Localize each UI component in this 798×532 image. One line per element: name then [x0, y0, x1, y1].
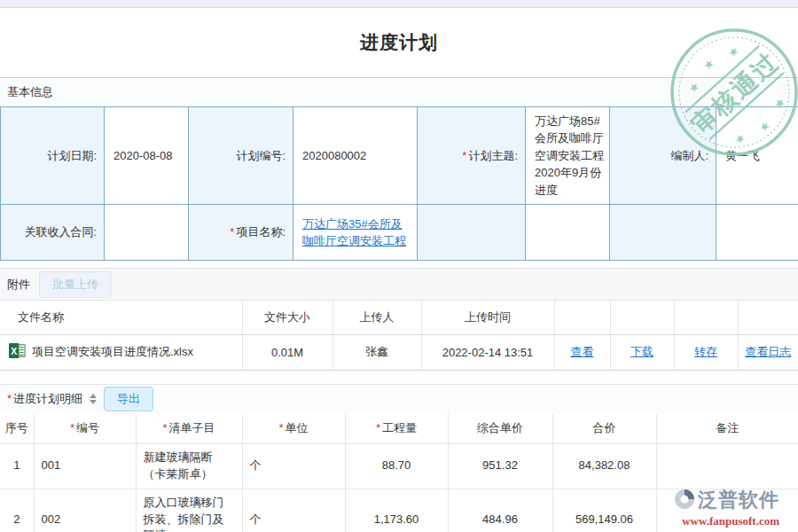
required-asterisk: *: [230, 225, 234, 239]
vendor-logo: 泛普软件 www.fanpusoft.com: [674, 487, 779, 528]
total-cell: 569,149.06: [552, 489, 656, 532]
detail-header-row: 序号 *编号 *清单子目 *单位 *工程量 综合单价 合价 备注: [0, 414, 798, 444]
export-button[interactable]: 导出: [104, 387, 153, 411]
quantity-cell: 88.70: [345, 444, 448, 489]
detail-row: 1 001 新建玻璃隔断（卡莱斯卓） 个 88.70 951.32 84,382…: [0, 444, 798, 489]
related-contract-value: [105, 205, 189, 261]
download-link[interactable]: 下载: [630, 345, 653, 358]
col-action: [554, 301, 610, 334]
file-uploader: 张鑫: [332, 334, 421, 370]
view-log-link[interactable]: 查看日志: [745, 345, 791, 358]
unit-cell: 个: [242, 444, 345, 489]
file-action-cell: 查看日志: [738, 334, 798, 370]
plan-no-value: 2020080002: [293, 107, 418, 205]
empty-value-cell: [526, 205, 610, 261]
col-uploader: 上传人: [332, 301, 421, 334]
code-cell: 001: [34, 444, 136, 489]
empty-label-cell: [610, 205, 716, 261]
file-name: 项目空调安装项目进度情况.xlsx: [32, 344, 193, 360]
file-upload-time: 2022-02-14 13:51: [421, 334, 554, 370]
attachments-header-row: 文件名称 文件大小 上传人 上传时间: [0, 301, 798, 334]
item-cell: 新建玻璃隔断（卡莱斯卓）: [136, 444, 242, 489]
batch-upload-button[interactable]: 批量上传: [39, 271, 112, 298]
plan-no-label: 计划编号:: [189, 107, 293, 205]
col-upload-time: 上传时间: [421, 301, 554, 334]
col-unit-price: 综合单价: [448, 414, 552, 444]
required-asterisk: *: [376, 421, 380, 434]
file-name-cell: X 项目空调安装项目进度情况.xlsx: [0, 334, 242, 370]
col-total: 合价: [552, 414, 656, 444]
vendor-url: www.fanpusoft.com: [674, 514, 779, 528]
remark-cell: [656, 444, 798, 489]
plan-date-label: 计划日期:: [1, 107, 105, 205]
save-as-link[interactable]: 转存: [694, 345, 717, 358]
page: 进度计划 基本信息 计划日期: 2020-08-08 计划编号: 2020080…: [0, 0, 798, 532]
col-action: [610, 301, 674, 334]
seq-cell: 1: [0, 444, 34, 489]
col-file-size: 文件大小: [242, 301, 332, 334]
unit-price-cell: 484.96: [448, 489, 552, 532]
unit-price-cell: 951.32: [448, 444, 552, 489]
plan-date-value: 2020-08-08: [105, 107, 189, 205]
vendor-name: 泛普软件: [698, 487, 779, 513]
basic-info-header: 基本信息: [0, 77, 798, 106]
code-cell: 002: [34, 489, 136, 532]
plan-subject-value: 万达广场85#会所及咖啡厅空调安装工程2020年9月份进度: [526, 107, 610, 205]
col-seq: 序号: [0, 414, 34, 444]
file-action-cell: 查看: [554, 334, 610, 370]
page-title: 进度计划: [360, 30, 438, 55]
svg-text:X: X: [11, 347, 17, 356]
empty-label-cell: [418, 205, 526, 261]
required-asterisk: *: [462, 149, 466, 162]
col-remark: 备注: [656, 414, 798, 444]
attachment-row: X 项目空调安装项目进度情况.xlsx 0.01M 张鑫 2022-02-14 …: [0, 334, 798, 370]
col-quantity: *工程量: [345, 414, 448, 444]
col-action: [674, 301, 738, 334]
author-label: 编制人:: [610, 107, 716, 205]
required-asterisk: *: [7, 392, 12, 405]
project-name-label: *项目名称:: [189, 205, 293, 261]
basic-info-title: 基本信息: [7, 84, 53, 100]
col-action: [738, 301, 798, 334]
basic-info-form: 计划日期: 2020-08-08 计划编号: 2020080002 *计划主题:…: [0, 106, 798, 261]
total-cell: 84,382.08: [552, 444, 656, 489]
attachments-table: 文件名称 文件大小 上传人 上传时间: [0, 301, 798, 371]
related-contract-label: 关联收入合同:: [1, 205, 105, 261]
unit-cell: 个: [242, 489, 345, 532]
title-bar: 进度计划: [0, 8, 798, 77]
item-cell: 原入口玻璃移门拆装、拆除门及隔墙: [136, 489, 242, 532]
empty-value-cell: [716, 205, 798, 261]
attachments-header: 附件 批量上传: [0, 268, 798, 301]
plan-subject-label: *计划主题:: [418, 107, 526, 205]
file-action-cell: 下载: [610, 334, 674, 370]
excel-file-icon: X: [9, 342, 26, 362]
quantity-cell: 1,173.60: [345, 489, 448, 532]
detail-header: *进度计划明细 导出: [0, 384, 798, 414]
project-name-link[interactable]: 万达广场35#会所及咖啡厅空调安装工程: [302, 217, 406, 248]
file-action-cell: 转存: [674, 334, 738, 370]
col-code: *编号: [34, 414, 136, 444]
project-name-value: 万达广场35#会所及咖啡厅空调安装工程: [293, 205, 418, 261]
view-link[interactable]: 查看: [571, 345, 594, 358]
col-file-name: 文件名称: [0, 301, 242, 334]
sort-icon[interactable]: [90, 394, 97, 404]
vendor-logo-icon: [674, 489, 695, 512]
required-asterisk: *: [70, 421, 74, 434]
detail-title: *进度计划明细: [7, 391, 82, 407]
col-unit: *单位: [242, 414, 345, 444]
top-strip: [0, 0, 798, 8]
attachments-title: 附件: [7, 277, 30, 293]
author-value: 黄一飞: [716, 107, 798, 205]
required-asterisk: *: [162, 421, 167, 434]
required-asterisk: *: [278, 421, 283, 434]
col-item: *清单子目: [136, 414, 242, 444]
file-size: 0.01M: [242, 334, 332, 370]
seq-cell: 2: [0, 489, 34, 532]
